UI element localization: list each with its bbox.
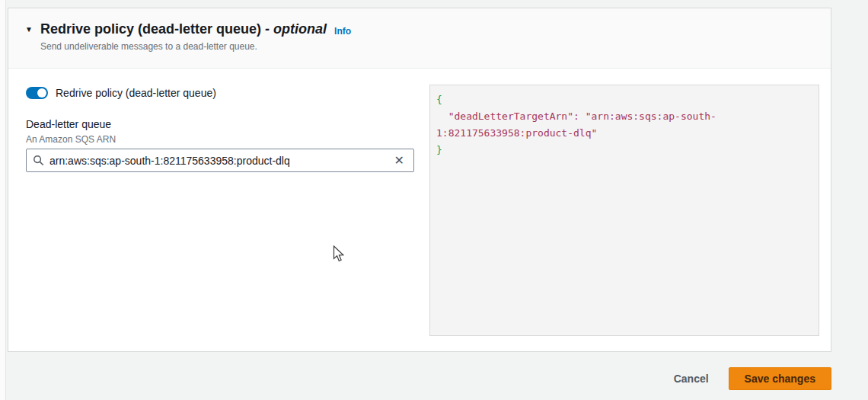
redrive-policy-json-preview: { "deadLetterTargetArn": "arn:aws:sqs:ap… [429,85,819,336]
panel-description: Send undeliverable messages to a dead-le… [40,41,815,52]
json-line: 1:821175633958:product-dlq" [436,125,812,142]
panel-title-main: Redrive policy (dead-letter queue) [40,21,261,37]
clear-input-icon[interactable]: ✕ [391,153,407,168]
redrive-policy-toggle[interactable] [26,87,48,99]
toggle-label: Redrive policy (dead-letter queue) [56,87,216,99]
footer-actions: Cancel Save changes [674,367,831,390]
json-line: } [436,142,812,158]
panel-title: Redrive policy (dead-letter queue) - opt… [40,21,327,37]
dead-letter-queue-label: Dead-letter queue [26,118,111,130]
redrive-policy-panel: ▼ Redrive policy (dead-letter queue) - o… [8,8,831,352]
cancel-button[interactable]: Cancel [674,373,709,385]
toggle-knob [37,88,46,98]
collapse-triangle-icon[interactable]: ▼ [25,26,34,34]
search-icon [33,155,44,166]
page-left-edge [0,0,6,400]
info-link[interactable]: Info [334,26,351,37]
panel-header: ▼ Redrive policy (dead-letter queue) - o… [8,8,831,69]
save-changes-button[interactable]: Save changes [729,367,831,390]
redrive-toggle-row: Redrive policy (dead-letter queue) [26,87,216,99]
arn-search-box: ✕ [26,149,414,172]
arn-input[interactable] [49,155,391,167]
panel-title-optional: - optional [265,21,327,37]
json-line: { [436,91,812,108]
dead-letter-queue-hint: An Amazon SQS ARN [26,134,116,145]
json-line: "deadLetterTargetArn": "arn:aws:sqs:ap-s… [436,108,812,125]
